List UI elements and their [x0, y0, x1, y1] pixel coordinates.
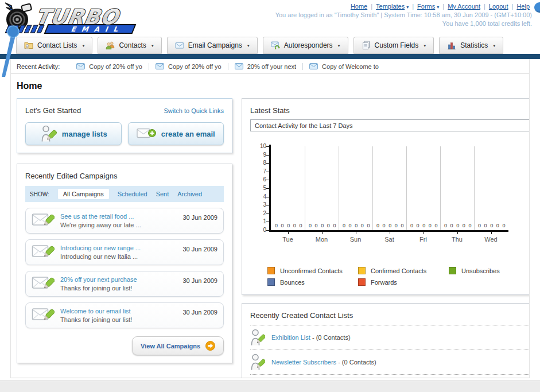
tab-label: Statistics: [460, 41, 488, 49]
view-all-campaigns-button[interactable]: View All Campaigns: [132, 336, 224, 355]
chart-y-tick-label: 10: [254, 143, 266, 149]
filter-archived[interactable]: Archived: [177, 191, 202, 197]
tab-contact-lists[interactable]: Contact Lists▾: [16, 37, 92, 54]
separator: |: [412, 3, 414, 10]
chart-value-label: 0: [333, 223, 336, 228]
chart-y-tick: [266, 180, 269, 180]
statistics-icon: [447, 41, 456, 50]
header-link-templates[interactable]: Templates▾: [376, 3, 409, 10]
tab-custom-fields[interactable]: Custom Fields▾: [353, 37, 434, 54]
chart-y-tick-label: 0: [254, 227, 266, 233]
tab-label: Autoresponders: [284, 41, 333, 49]
campaign-text: Introducing our new range ...Introducing…: [60, 244, 177, 260]
legend-item-unsubscribes: Unsubscribes: [449, 267, 530, 274]
stats-period-select[interactable]: Contact Activity for the Last 7 Days ▼: [250, 119, 530, 131]
envelope-icon: [309, 63, 318, 69]
filter-all-campaigns[interactable]: All Campaigns: [58, 189, 109, 199]
chart-y-tick-label: 3: [254, 201, 266, 208]
chart-x-tick: [356, 232, 356, 234]
chevron-down-icon: ▾: [338, 43, 340, 48]
header-link-logout[interactable]: Logout: [489, 3, 508, 10]
chart-y-tick: [266, 155, 269, 156]
campaign-row[interactable]: Introducing our new range ...Introducing…: [25, 239, 224, 265]
campaign-row[interactable]: 20% off your next purchaseThanks for joi…: [25, 271, 224, 297]
legend-swatch: [358, 267, 366, 274]
legend-label: Bounces: [280, 279, 305, 286]
campaign-date: 30 Jun 2009: [182, 214, 217, 221]
help-indicator-dot: [534, 2, 540, 13]
chart-x-tick: [491, 232, 492, 234]
separator: |: [484, 3, 485, 10]
chart-y-tick-label: 8: [254, 160, 266, 166]
tab-email-campaigns[interactable]: Email Campaigns▾: [167, 37, 258, 54]
chart-value-label: 0: [327, 223, 330, 228]
header-link-home[interactable]: Home: [351, 3, 367, 10]
chart-value-label: 0: [422, 223, 425, 228]
filter-scheduled[interactable]: Scheduled: [118, 191, 147, 197]
campaign-title-link[interactable]: See us at the retail food ...: [60, 213, 177, 220]
chart-gridline: [406, 146, 407, 230]
chart-y-tick-label: 1: [254, 218, 266, 224]
envelope-icon: [76, 63, 85, 69]
chart-y-tick-label: 2: [254, 210, 266, 216]
separator: |: [512, 3, 514, 10]
contact-list-link[interactable]: Exhibition List: [271, 334, 310, 341]
campaign-subtitle: Thanks for joining our list!: [60, 316, 177, 323]
chart-y-axis: [269, 145, 271, 232]
header-link-my-account[interactable]: My Account: [448, 3, 480, 10]
chart-value-label: 0: [463, 223, 465, 228]
chart-x-tick: [288, 232, 289, 234]
switch-quick-links-link[interactable]: Switch to Quick Links: [164, 107, 224, 114]
view-all-campaigns-label: View All Campaigns: [141, 343, 200, 350]
campaign-title-link[interactable]: Introducing our new range ...: [60, 244, 177, 251]
chart-value-label: 0: [410, 223, 413, 228]
recent-activity-bar: Recent Activity: Copy of 20% off yoCopy …: [11, 59, 529, 74]
legend-label: Confirmed Contacts: [371, 267, 426, 274]
chart-value-label: 0: [490, 223, 493, 228]
contact-list-link[interactable]: Newsletter Subscribers: [271, 359, 336, 366]
campaign-edit-icon: [32, 306, 55, 324]
chart-value-label: 0: [383, 223, 386, 228]
recent-activity-item-1[interactable]: Copy of 20% off yo: [70, 63, 149, 70]
recent-activity-item-2[interactable]: Copy of 20% off yo: [149, 63, 228, 70]
chart-gridline: [339, 146, 339, 230]
campaign-edit-icon: [32, 274, 55, 293]
create-email-button[interactable]: create an email: [128, 122, 224, 145]
chart-y-tick: [266, 188, 269, 189]
campaign-title-link[interactable]: 20% off your next purchase: [60, 276, 177, 283]
chart-value-label: 0: [502, 223, 505, 228]
filter-sent[interactable]: Sent: [156, 191, 169, 197]
contact-list-text: Newsletter Subscribers - (0 Contacts): [271, 359, 376, 366]
chart-value-label: 0: [299, 223, 302, 228]
contact-lists-title: Recently Created Contact Lists: [250, 311, 530, 325]
recent-activity-item-4[interactable]: Copy of Welcome to: [303, 63, 385, 70]
chart-x-axis: [269, 230, 508, 232]
legend-item-bounces: Bounces: [267, 278, 358, 286]
campaign-row[interactable]: See us at the retail food ...We're givin…: [25, 208, 224, 234]
chart-value-label: 0: [444, 223, 447, 228]
envelope-icon: [156, 63, 164, 69]
chart-y-tick: [266, 146, 269, 147]
campaign-text: See us at the retail food ...We're givin…: [60, 213, 177, 228]
tab-statistics[interactable]: Statistics▾: [439, 37, 503, 54]
chart-x-tick-label: Fri: [411, 236, 436, 243]
chart-y-tick: [266, 172, 269, 172]
legend-label: Unsubscribes: [461, 267, 500, 274]
recent-activity-label: Recent Activity:: [17, 63, 60, 70]
tab-contacts[interactable]: Contacts▾: [98, 37, 161, 54]
chart-x-tick-label: Thu: [445, 236, 470, 243]
header-link-help[interactable]: Help: [516, 3, 530, 10]
campaign-date: 30 Jun 2009: [182, 277, 217, 284]
tab-label: Contacts: [119, 41, 146, 49]
show-label: SHOW:: [30, 191, 49, 197]
campaign-title-link[interactable]: Welcome to our email list: [60, 308, 177, 315]
manage-lists-button[interactable]: manage lists: [25, 122, 122, 145]
header-link-forms[interactable]: Forms▾: [417, 3, 439, 10]
tab-autoresponders[interactable]: Autoresponders▾: [263, 37, 348, 54]
campaign-text: 20% off your next purchaseThanks for joi…: [60, 276, 177, 292]
chart-value-label: 0: [281, 223, 284, 228]
recent-activity-item-3[interactable]: 20% off your next: [228, 63, 303, 70]
campaign-subtitle: Thanks for joining our list!: [60, 285, 177, 292]
custom-fields-icon: [362, 41, 371, 50]
campaign-row[interactable]: Welcome to our email listThanks for join…: [25, 302, 224, 328]
